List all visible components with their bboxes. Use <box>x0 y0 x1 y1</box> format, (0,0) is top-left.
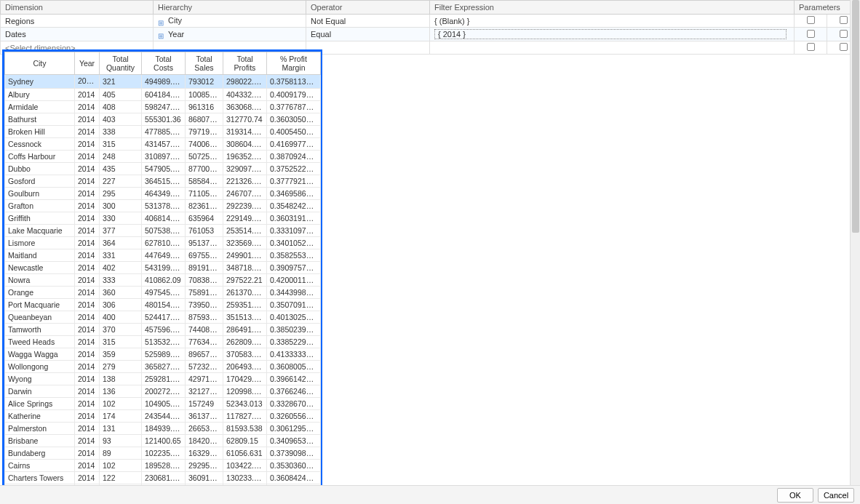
col-year[interactable]: Year <box>75 52 100 75</box>
table-row[interactable]: Bathurst2014403555301.36868072.1312770.7… <box>5 113 321 126</box>
col-total-profits[interactable]: Total Profits <box>223 52 267 75</box>
qty-cell: 405 <box>100 89 142 101</box>
table-row[interactable]: Dubbo2014435547905.766877003.2329097.434… <box>5 163 321 175</box>
profits-cell: 62809.15 <box>223 435 267 447</box>
col-city[interactable]: City <box>5 52 75 75</box>
year-cell: 2014 <box>75 175 100 188</box>
filter-dimension-cell[interactable]: Regions <box>1 15 154 28</box>
table-row[interactable]: Grafton2014300531378.072823617.6292239.5… <box>5 200 321 212</box>
table-row[interactable]: Lake Macquarie2014377507538.802761053253… <box>5 225 321 237</box>
table-row[interactable]: Broken Hill2014338477885.205797199.53193… <box>5 126 321 138</box>
cancel-button[interactable]: Cancel <box>818 488 854 503</box>
year-cell: 2014 <box>75 163 100 175</box>
ok-button[interactable]: OK <box>777 488 813 503</box>
filter-operator-cell[interactable]: Equal <box>306 28 430 41</box>
profits-cell: 329097.434 <box>223 163 267 175</box>
table-row[interactable]: Brisbane201493121400.65184209.862809.150… <box>5 435 321 447</box>
filter-grid: Dimension Hierarchy Operator Filter Expr… <box>0 0 860 55</box>
year-cell: 2014 <box>75 101 100 113</box>
costs-cell: 480154.361 <box>142 299 186 311</box>
margin-cell: 0.33310978079... <box>267 225 321 237</box>
sales-cell: 951379.9 <box>186 237 223 249</box>
table-row[interactable]: Palmerston2014131184939.162266532.781593… <box>5 423 321 435</box>
year-cell: 2014 <box>75 249 100 262</box>
filter-hierarchy-cell[interactable]: City <box>154 15 306 28</box>
qty-cell: 138 <box>100 373 142 385</box>
city-cell: Cairns <box>5 460 75 472</box>
table-row[interactable]: Albury2014405604184.6941008517.5404332.8… <box>5 89 321 101</box>
profits-cell: 103422.205 <box>223 460 267 472</box>
profits-cell: 120998.851 <box>223 385 267 398</box>
city-cell: Charters Towers <box>5 472 75 484</box>
table-row[interactable]: Bundaberg201489102235.769163292.461056.6… <box>5 447 321 460</box>
table-row[interactable]: Darwin2014136200272.849321271.7120998.85… <box>5 385 321 398</box>
city-cell: Sydney <box>5 75 75 89</box>
costs-cell: 464349.999 <box>142 188 186 200</box>
city-cell: Dubbo <box>5 163 75 175</box>
table-row[interactable]: Orange2014360497545.216758915.7261370.48… <box>5 287 321 299</box>
filter-row[interactable]: Dates Year Equal { 2014 } <box>1 28 860 41</box>
filter-hierarchy-cell[interactable]: Year <box>154 28 306 41</box>
qty-cell: 227 <box>100 175 142 188</box>
city-cell: Wyong <box>5 373 75 385</box>
sales-cell: 875931.2 <box>186 311 223 324</box>
filter-row[interactable]: Regions City Not Equal { (Blank) } <box>1 15 860 28</box>
filter-expression-cell[interactable]: { 2014 } <box>430 28 795 41</box>
scrollbar-thumb[interactable] <box>852 0 859 233</box>
table-row[interactable]: Nowra2014333410862.09708384.3297522.210.… <box>5 274 321 287</box>
city-cell: Orange <box>5 287 75 299</box>
col-profit-margin[interactable]: % Profit Margin <box>267 52 321 75</box>
filter-operator-cell[interactable]: Not Equal <box>306 15 430 28</box>
table-row[interactable]: Alice Springs2014102104905.9871572495234… <box>5 398 321 410</box>
table-row[interactable]: Lismore2014364627810.636951379.9323569.2… <box>5 237 321 249</box>
qty-cell: 330 <box>100 212 142 225</box>
table-row[interactable]: Wagga Wagga2014359525989.999896573.93705… <box>5 348 321 361</box>
costs-cell: 243544.062 <box>142 410 186 423</box>
col-total-quantity[interactable]: Total Quantity <box>100 52 142 75</box>
filter-dimension-cell[interactable]: Dates <box>1 28 154 41</box>
table-row[interactable]: Cairns2014102189528.595292950.8103422.20… <box>5 460 321 472</box>
table-row[interactable]: Wyong2014138259281.625429711.2170429.575… <box>5 373 321 385</box>
table-row[interactable]: Cessnock2014315431457.756740061.9308604.… <box>5 138 321 151</box>
table-row[interactable]: Gosford2014227364515.041585841.3221326.2… <box>5 175 321 188</box>
checkbox-icon <box>840 16 848 24</box>
checkbox-icon <box>807 43 815 51</box>
filter-expression-cell[interactable]: { (Blank) } <box>430 15 795 28</box>
vertical-scrollbar[interactable] <box>850 0 860 485</box>
col-total-sales[interactable]: Total Sales <box>186 52 223 75</box>
table-row[interactable]: Queanbeyan2014400524417.777875931.235151… <box>5 311 321 324</box>
table-row[interactable]: Sydney201321494989.099793012298022.9010.… <box>5 75 321 89</box>
sales-cell: 429711.2 <box>186 373 223 385</box>
col-total-costs[interactable]: Total Costs <box>142 52 186 75</box>
table-row[interactable]: Tweed Heads2014315513532.689776342.42628… <box>5 336 321 348</box>
filter-param-checkbox[interactable] <box>795 15 827 28</box>
qty-cell: 315 <box>100 138 142 151</box>
sales-cell: 739505.8 <box>186 299 223 311</box>
table-row[interactable]: Katherine2014174243544.062361371.2117827… <box>5 410 321 423</box>
table-row[interactable]: Port Macquarie2014306480154.361739505.82… <box>5 299 321 311</box>
sales-cell: 163292.4 <box>186 447 223 460</box>
table-row[interactable]: Maitland2014331447649.244697550.4249901.… <box>5 249 321 262</box>
filter-param-checkbox[interactable] <box>795 41 827 55</box>
table-row[interactable]: Goulburn2014295464349.999711057.6246707.… <box>5 188 321 200</box>
dialog-footer: OK Cancel <box>0 485 860 504</box>
table-row[interactable]: Griffith2014330406814.017635964229149.98… <box>5 212 321 225</box>
table-row[interactable]: Newcastle2014402543199.284891917.4348718… <box>5 262 321 274</box>
filter-param-checkbox[interactable] <box>795 28 827 41</box>
costs-cell: 365827.102 <box>142 361 186 373</box>
table-row[interactable]: Wollongong2014279365827.102572320.720649… <box>5 361 321 373</box>
sales-cell: 896573.9 <box>186 348 223 361</box>
costs-cell: 184939.162 <box>142 423 186 435</box>
profits-cell: 297522.21 <box>223 274 267 287</box>
table-row[interactable]: Armidale2014408598247.422961316363068.57… <box>5 101 321 113</box>
costs-cell: 627810.636 <box>142 237 186 249</box>
sales-cell: 266532.7 <box>186 423 223 435</box>
city-cell: Bathurst <box>5 113 75 126</box>
table-row[interactable]: Coffs Harbour2014248310897.554507250.319… <box>5 151 321 163</box>
qty-cell: 248 <box>100 151 142 163</box>
profits-cell: 130233.662 <box>223 472 267 484</box>
city-cell: Palmerston <box>5 423 75 435</box>
table-row[interactable]: Charters Towers2014122230681.938360915.6… <box>5 472 321 484</box>
table-row[interactable]: Tamworth2014370457596.667744088.6286491.… <box>5 324 321 336</box>
qty-cell: 338 <box>100 126 142 138</box>
